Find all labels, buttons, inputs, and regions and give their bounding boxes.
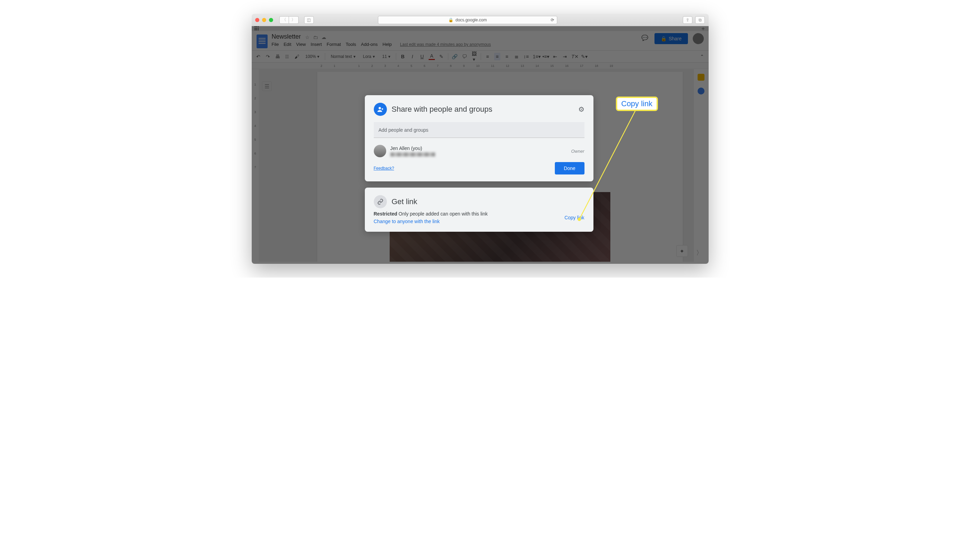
close-window-button[interactable] <box>255 18 259 22</box>
minimize-window-button[interactable] <box>262 18 266 22</box>
nav-buttons: 〈 〉 <box>279 16 299 24</box>
safari-window: 〈 〉 ◫ 🔒 docs.google.com ⟳ ⇪ ⧉ ＋ Newslett… <box>252 14 709 264</box>
sidebar-button[interactable]: ◫ <box>304 16 314 24</box>
svg-point-0 <box>379 107 381 109</box>
right-chrome: ⇪ ⧉ <box>683 16 705 24</box>
link-icon <box>374 195 387 208</box>
share-sheet-button[interactable]: ⇪ <box>683 16 693 24</box>
add-people-placeholder: Add people and groups <box>379 127 429 133</box>
add-people-input[interactable]: Add people and groups <box>374 122 584 138</box>
person-row: Jen Allen (you) Owner <box>374 143 584 162</box>
back-button[interactable]: 〈 <box>279 16 289 24</box>
share-dialog-title: Share with people and groups <box>392 105 493 114</box>
traffic-lights <box>255 18 273 22</box>
docs-app: ＋ Newsletter ☆ 🗀 ☁ File Edit View Insert… <box>252 26 709 264</box>
link-restricted-desc: Only people added can open with this lin… <box>397 211 488 216</box>
change-access-link[interactable]: Change to anyone with the link <box>374 219 562 224</box>
done-button[interactable]: Done <box>555 162 584 174</box>
person-role: Owner <box>571 149 584 154</box>
person-email-redacted <box>390 152 435 157</box>
address-bar[interactable]: 🔒 docs.google.com ⟳ <box>378 16 557 24</box>
feedback-link[interactable]: Feedback? <box>374 166 394 171</box>
zoom-window-button[interactable] <box>269 18 273 22</box>
lock-icon: 🔒 <box>448 18 453 22</box>
url-host: docs.google.com <box>456 18 487 22</box>
share-dialog: Share with people and groups ⚙ Add peopl… <box>365 95 594 181</box>
browser-titlebar: 〈 〉 ◫ 🔒 docs.google.com ⟳ ⇪ ⧉ <box>252 14 709 26</box>
person-name: Jen Allen (you) <box>390 146 435 151</box>
person-avatar <box>374 145 386 157</box>
forward-button[interactable]: 〉 <box>289 16 299 24</box>
link-restricted-label: Restricted <box>374 211 397 216</box>
tabs-button[interactable]: ⧉ <box>695 16 705 24</box>
settings-gear-icon[interactable]: ⚙ <box>578 105 584 114</box>
person-add-icon <box>374 103 387 116</box>
copy-link-button[interactable]: Copy link <box>565 215 584 220</box>
get-link-title: Get link <box>392 197 418 206</box>
annotation-callout: Copy link <box>616 96 658 111</box>
get-link-dialog: Get link Restricted Only people added ca… <box>365 187 594 232</box>
reload-icon[interactable]: ⟳ <box>551 18 554 22</box>
